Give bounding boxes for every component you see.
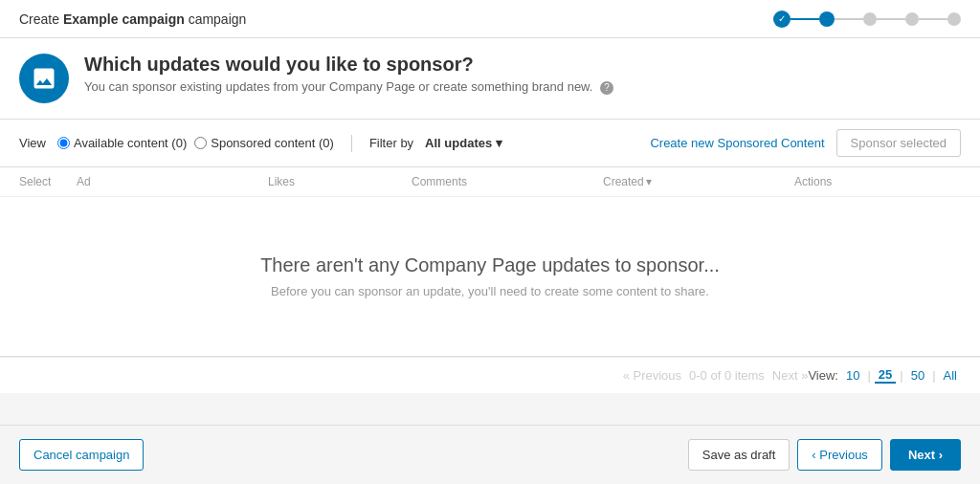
image-icon xyxy=(31,65,57,92)
sponsored-content-label: Sponsored content (0) xyxy=(211,136,334,150)
header-text: Which updates would you like to sponsor?… xyxy=(84,54,613,95)
chevron-down-icon: ▾ xyxy=(496,136,502,150)
header-section: Which updates would you like to sponsor?… xyxy=(0,38,980,120)
sponsored-content-option[interactable]: Sponsored content (0) xyxy=(194,136,334,150)
pagination-next: Next » xyxy=(772,368,809,383)
pagination-bar: « Previous 0-0 of 0 items Next » View: 1… xyxy=(0,357,980,393)
campaign-name: Example campaign xyxy=(63,11,185,27)
filter-label: Filter by xyxy=(369,136,413,150)
sort-icon: ▾ xyxy=(646,175,652,188)
empty-description: Before you can sponsor an update, you'll… xyxy=(19,284,961,298)
footer: Cancel campaign Save as draft ‹ Previous… xyxy=(0,425,980,460)
footer-actions: Save as draft ‹ Previous Next › xyxy=(688,439,961,460)
cancel-campaign-button[interactable]: Cancel campaign xyxy=(19,439,144,460)
step-5 xyxy=(947,12,961,26)
help-icon[interactable]: ? xyxy=(600,81,613,95)
title-suffix: campaign xyxy=(185,11,247,27)
step-3 xyxy=(863,12,877,26)
toolbar-divider xyxy=(351,135,352,152)
create-sponsored-content-link[interactable]: Create new Sponsored Content xyxy=(650,136,824,150)
step-1-completed: ✓ xyxy=(773,11,791,28)
view-label-pagination: View: xyxy=(808,368,838,383)
column-ad: Ad xyxy=(77,175,268,188)
previous-button[interactable]: ‹ Previous xyxy=(797,439,882,460)
view-50-link[interactable]: 50 xyxy=(907,368,928,383)
step-2-active xyxy=(819,11,835,27)
view-25-link[interactable]: 25 xyxy=(875,367,896,384)
table-header: Select Ad Likes Comments Created ▾ Actio… xyxy=(0,167,980,197)
pagination-right: View: 10 | 25 | 50 | All xyxy=(808,367,961,384)
next-button[interactable]: Next › xyxy=(890,439,961,460)
save-draft-button[interactable]: Save as draft xyxy=(688,439,791,460)
step-4 xyxy=(905,12,919,26)
column-select: Select xyxy=(19,175,77,188)
sponsored-content-radio[interactable] xyxy=(194,137,207,149)
step-line-4 xyxy=(919,18,947,20)
content-table: Select Ad Likes Comments Created ▾ Actio… xyxy=(0,167,980,357)
step-line-3 xyxy=(877,18,905,20)
empty-state: There aren't any Company Page updates to… xyxy=(0,197,980,356)
view-all-link[interactable]: All xyxy=(940,368,961,383)
toolbar-left: View Available content (0) Sponsored con… xyxy=(19,135,502,152)
step-indicator: ✓ xyxy=(773,11,961,28)
column-actions: Actions xyxy=(794,175,961,188)
available-content-radio[interactable] xyxy=(57,137,70,149)
sponsor-selected-button[interactable]: Sponsor selected xyxy=(836,129,961,157)
pagination-center: « Previous 0-0 of 0 items Next » xyxy=(623,368,809,383)
column-likes: Likes xyxy=(268,175,412,188)
header-description: You can sponsor existing updates from yo… xyxy=(84,79,613,95)
available-content-option[interactable]: Available content (0) xyxy=(57,136,187,150)
filter-dropdown[interactable]: All updates ▾ xyxy=(425,136,502,150)
column-comments: Comments xyxy=(412,175,603,188)
view-10-link[interactable]: 10 xyxy=(842,368,863,383)
available-content-label: Available content (0) xyxy=(74,136,187,150)
content-type-radio: Available content (0) Sponsored content … xyxy=(57,136,334,150)
pagination-previous: « Previous xyxy=(623,368,681,383)
column-created[interactable]: Created ▾ xyxy=(603,175,794,188)
view-label: View xyxy=(19,136,46,150)
step-line-1 xyxy=(791,18,819,20)
empty-title: There aren't any Company Page updates to… xyxy=(19,254,961,276)
pagination-items: 0-0 of 0 items xyxy=(689,368,765,383)
toolbar-right: Create new Sponsored Content Sponsor sel… xyxy=(650,129,961,157)
toolbar: View Available content (0) Sponsored con… xyxy=(0,120,980,167)
top-bar: Create Example campaign campaign ✓ xyxy=(0,0,980,38)
section-icon xyxy=(19,54,69,103)
header-title: Which updates would you like to sponsor? xyxy=(84,54,613,76)
title-prefix: Create xyxy=(19,11,63,27)
step-line-2 xyxy=(835,18,863,20)
page-title: Create Example campaign campaign xyxy=(19,11,246,27)
filter-value: All updates xyxy=(425,136,492,150)
